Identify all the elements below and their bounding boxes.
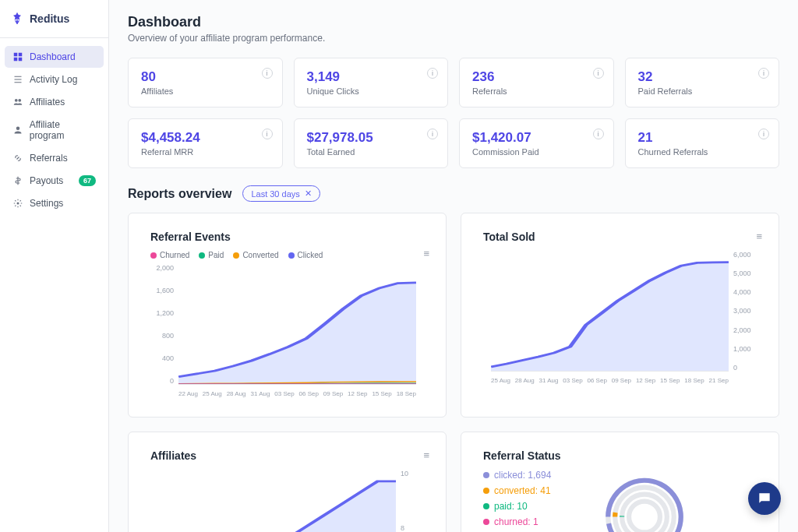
- stat-churned-referrals: 21 Churned Referrals i: [625, 118, 780, 168]
- stat-referrals: 236 Referrals i: [459, 58, 614, 107]
- stat-value: $27,978.05: [307, 130, 436, 146]
- chart-referral-status: Referral Status clicked: 1,694converted:…: [461, 432, 779, 532]
- nav-label: Payouts: [30, 175, 63, 186]
- stat-label: Commission Paid: [472, 147, 601, 157]
- chart-affiliates: Affiliates ≡ 1086: [128, 432, 447, 532]
- stat-commission-paid: $1,420.07 Commission Paid i: [459, 118, 614, 168]
- legend-clicked: Clicked: [288, 251, 323, 259]
- users-icon: [12, 97, 23, 107]
- info-icon[interactable]: i: [758, 68, 769, 79]
- status-item: converted: 41: [483, 485, 551, 496]
- svg-point-4: [15, 99, 18, 102]
- chart-total-sold: Total Sold ≡ 6,0005,0004,0003,0002,0001,…: [461, 213, 779, 417]
- svg-rect-2: [14, 58, 18, 62]
- stat-paid-referrals: 32 Paid Referrals i: [625, 58, 780, 107]
- stat-referral-mrr: $4,458.24 Referral MRR i: [128, 118, 283, 168]
- dashboard-icon: [12, 51, 23, 62]
- gear-icon: [12, 198, 23, 209]
- close-icon[interactable]: ✕: [305, 188, 312, 199]
- nav-label: Dashboard: [30, 51, 76, 62]
- x-axis: 22 Aug25 Aug28 Aug31 Aug03 Sep06 Sep09 S…: [178, 390, 416, 397]
- stat-label: Affiliates: [141, 86, 270, 96]
- svg-point-11: [629, 502, 660, 532]
- status-item: churned: 1: [483, 516, 551, 527]
- nav-activity-log[interactable]: Activity Log: [5, 69, 104, 90]
- chart-menu-icon[interactable]: ≡: [756, 231, 761, 242]
- legend-paid: Paid: [199, 251, 224, 259]
- legend-churned: Churned: [150, 251, 189, 259]
- stat-label: Unique Clicks: [307, 86, 436, 96]
- money-icon: [12, 175, 23, 186]
- svg-point-6: [16, 127, 20, 131]
- svg-point-5: [18, 99, 21, 102]
- svg-point-7: [17, 203, 19, 205]
- stat-grid: 80 Affiliates i 3,149 Unique Clicks i 23…: [128, 58, 779, 168]
- chart-referral-events: Referral Events Churned Paid Converted C…: [128, 213, 447, 417]
- nav-label: Affiliates: [30, 97, 65, 107]
- stat-value: 236: [472, 69, 601, 85]
- stat-value: $1,420.07: [472, 130, 601, 146]
- info-icon[interactable]: i: [427, 68, 438, 79]
- chart-title: Affiliates: [150, 449, 424, 462]
- stat-value: $4,458.24: [141, 130, 270, 146]
- info-icon[interactable]: i: [427, 129, 438, 139]
- nav-referrals[interactable]: Referrals: [5, 147, 104, 169]
- nav-settings[interactable]: Settings: [5, 192, 104, 214]
- chart-menu-icon[interactable]: ≡: [423, 248, 429, 259]
- list-icon: [12, 74, 23, 85]
- nav-label: Affiliate program: [30, 119, 96, 141]
- info-icon[interactable]: i: [758, 129, 769, 139]
- nav-dashboard[interactable]: Dashboard: [5, 46, 104, 68]
- chart-menu-icon[interactable]: ≡: [423, 449, 429, 461]
- info-icon[interactable]: i: [262, 68, 273, 79]
- chat-icon: [757, 491, 772, 506]
- stat-label: Churned Referrals: [638, 147, 767, 157]
- nav-affiliate-program[interactable]: Affiliate program: [5, 114, 104, 146]
- legend-converted: Converted: [233, 251, 278, 259]
- stat-label: Paid Referrals: [638, 86, 767, 96]
- nav-label: Settings: [30, 198, 63, 209]
- stat-value: 3,149: [307, 69, 436, 85]
- nav-label: Activity Log: [30, 74, 77, 85]
- chat-button[interactable]: [748, 482, 781, 515]
- svg-rect-3: [19, 58, 23, 62]
- nav-affiliates[interactable]: Affiliates: [5, 91, 104, 113]
- stat-total-earned: $27,978.05 Total Earned i: [294, 118, 449, 168]
- stat-label: Total Earned: [307, 147, 436, 157]
- nav-payouts[interactable]: Payouts 67: [5, 170, 104, 192]
- stat-unique-clicks: 3,149 Unique Clicks i: [294, 58, 449, 107]
- y-axis: 2,0001,6001,2008004000: [150, 264, 174, 385]
- info-icon[interactable]: i: [262, 129, 273, 139]
- date-filter-chip[interactable]: Last 30 days ✕: [242, 185, 320, 202]
- stat-affiliates: 80 Affiliates i: [128, 58, 283, 107]
- stat-value: 32: [638, 69, 767, 85]
- chart-legend: Churned Paid Converted Clicked: [150, 251, 424, 259]
- reports-title: Reports overview: [128, 187, 231, 201]
- chip-label: Last 30 days: [251, 189, 299, 199]
- nav: Dashboard Activity Log Affiliates Affili…: [0, 38, 108, 223]
- reports-header: Reports overview Last 30 days ✕: [128, 185, 779, 202]
- stat-label: Referral MRR: [141, 147, 270, 157]
- info-icon[interactable]: i: [593, 68, 604, 79]
- info-icon[interactable]: i: [593, 129, 604, 139]
- stat-value: 21: [638, 130, 767, 146]
- y-axis: 1086: [401, 470, 424, 532]
- chart-title: Referral Status: [483, 449, 757, 462]
- stat-value: 80: [141, 69, 270, 85]
- brand[interactable]: Reditus: [0, 0, 108, 38]
- chart-title: Referral Events: [150, 231, 424, 243]
- link-icon: [12, 153, 23, 164]
- status-legend: clicked: 1,694converted: 41paid: 10churn…: [483, 470, 551, 527]
- page-title: Dashboard: [128, 14, 779, 30]
- main: Dashboard Overview of your affiliate pro…: [109, 0, 798, 532]
- nav-label: Referrals: [30, 153, 68, 164]
- chart-title: Total Sold: [483, 231, 757, 243]
- svg-rect-0: [14, 53, 18, 57]
- y-axis: 6,0005,0004,0003,0002,0001,0000: [733, 251, 757, 372]
- x-axis: 25 Aug28 Aug31 Aug03 Sep06 Sep09 Sep12 S…: [491, 377, 729, 384]
- brand-name: Reditus: [30, 12, 69, 25]
- donut-chart: [582, 470, 707, 532]
- logo-icon: [9, 11, 25, 26]
- stat-label: Referrals: [472, 86, 601, 96]
- user-icon: [12, 125, 23, 136]
